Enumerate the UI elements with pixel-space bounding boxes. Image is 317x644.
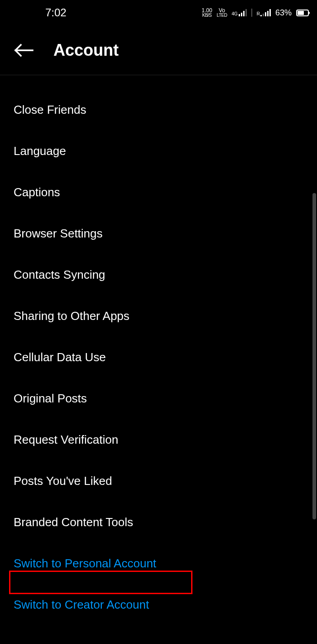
arrow-left-icon: [14, 44, 34, 57]
data-rate-indicator: 1.00 KB/S: [202, 8, 212, 18]
list-item-original-posts[interactable]: Original Posts: [0, 378, 317, 419]
header: Account: [0, 25, 317, 75]
battery-percentage: 63%: [275, 8, 292, 18]
status-indicators: 1.00 KB/S Vo LTED 4G R: [202, 8, 309, 18]
list-item-captions[interactable]: Captions: [0, 172, 317, 213]
settings-list: Saved Close Friends Language Captions Br…: [0, 75, 317, 625]
battery-icon: [296, 10, 309, 16]
list-item-posts-youve-liked[interactable]: Posts You've Liked: [0, 460, 317, 502]
list-item-close-friends[interactable]: Close Friends: [0, 89, 317, 131]
list-item-request-verification[interactable]: Request Verification: [0, 419, 317, 460]
status-bar: 7:02 1.00 KB/S Vo LTED 4G R: [0, 0, 317, 25]
page-title: Account: [53, 41, 119, 60]
list-item-switch-to-personal-account[interactable]: Switch to Personal Account: [0, 543, 317, 584]
scrollbar[interactable]: [312, 193, 316, 519]
list-item-language[interactable]: Language: [0, 131, 317, 172]
signal-2: R: [257, 9, 271, 16]
list-item-saved[interactable]: Saved: [0, 75, 317, 89]
back-button[interactable]: [14, 44, 34, 57]
list-item-branded-content-tools[interactable]: Branded Content Tools: [0, 502, 317, 543]
status-time: 7:02: [45, 6, 67, 19]
content-scroll-area[interactable]: Saved Close Friends Language Captions Br…: [0, 75, 317, 644]
list-item-cellular-data-use[interactable]: Cellular Data Use: [0, 337, 317, 378]
list-item-contacts-syncing[interactable]: Contacts Syncing: [0, 254, 317, 295]
list-item-sharing-to-other-apps[interactable]: Sharing to Other Apps: [0, 295, 317, 337]
signal-1: 4G: [231, 9, 246, 16]
list-item-switch-to-creator-account[interactable]: Switch to Creator Account: [0, 584, 317, 625]
list-item-browser-settings[interactable]: Browser Settings: [0, 213, 317, 254]
volte-indicator: Vo LTED: [217, 8, 227, 18]
